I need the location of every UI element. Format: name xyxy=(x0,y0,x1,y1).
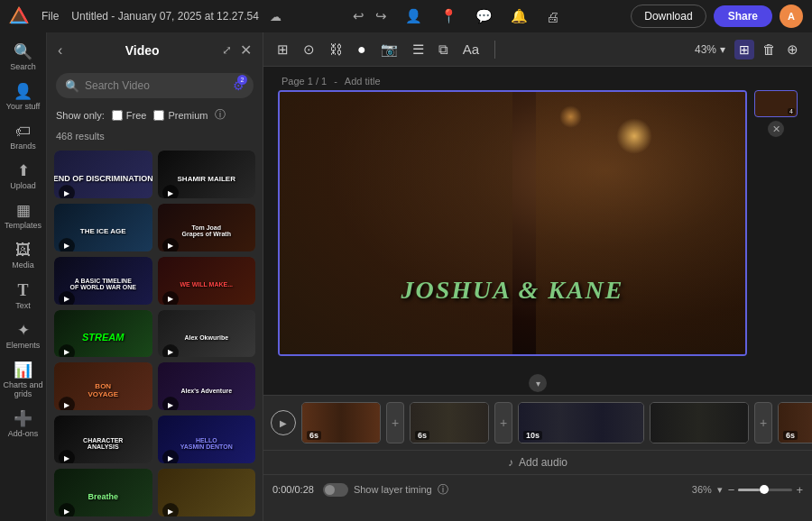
user-icon-button[interactable]: 👤 xyxy=(401,6,427,26)
expand-panel-button[interactable]: ⤢ xyxy=(220,41,234,59)
free-checkbox-label[interactable]: Free xyxy=(112,110,147,121)
play-button[interactable]: ▶ xyxy=(271,410,296,435)
video-thumb-10[interactable]: Alex's Adventure ▶ xyxy=(158,362,256,410)
panel-back-icon[interactable]: ‹ xyxy=(56,41,64,60)
video-thumb-7[interactable]: STREAM ▶ xyxy=(54,310,152,358)
scene-2-duration: 6s xyxy=(415,431,429,440)
zoom-control[interactable]: 43% ▾ xyxy=(695,43,725,56)
left-sidebar: 🔍 Search 👤 Your stuff 🏷 Brands ⬆ Upload … xyxy=(0,32,47,521)
separator: - xyxy=(334,76,337,87)
scene-3-duration: 10s xyxy=(523,431,542,440)
page-thumb-1[interactable]: 4 xyxy=(754,90,798,117)
zoom-right: 36% ▾ − + xyxy=(692,483,803,497)
redo-button[interactable]: ↪ xyxy=(371,6,392,26)
video-thumb-9[interactable]: BONVOYAGE ▶ xyxy=(54,362,152,410)
scene-3[interactable]: 10s xyxy=(518,402,644,443)
video-thumb-12[interactable]: HELLOYASMIN DENTON ▶ xyxy=(158,416,256,463)
video-thumb-13[interactable]: Breathe ▶ xyxy=(54,469,152,516)
map-pin-icon-button[interactable]: 📍 xyxy=(436,6,462,26)
sidebar-item-brands[interactable]: 🏷 Brands xyxy=(1,117,46,157)
scene-2[interactable]: 6s xyxy=(410,402,489,443)
layer-timing-switch[interactable] xyxy=(323,483,348,497)
zoom-minus-icon[interactable]: − xyxy=(728,483,735,497)
sidebar-item-elements[interactable]: ✦ Elements xyxy=(1,316,46,356)
canvas-frame[interactable]: JOSHUA & KANE xyxy=(278,90,747,356)
document-title: Untitled - January 07, 2025 at 12.27.54 xyxy=(71,10,258,23)
premium-checkbox-label[interactable]: Premium xyxy=(153,110,208,121)
notification-icon-button[interactable]: 🔔 xyxy=(506,6,532,26)
scene-plus-3[interactable]: + xyxy=(754,402,772,443)
video-thumb-11[interactable]: CHARACTERANALYSIS ▶ xyxy=(54,416,152,463)
close-thumb-button[interactable]: ✕ xyxy=(768,121,784,137)
free-checkbox[interactable] xyxy=(112,110,123,121)
instagram-icon[interactable]: 📷 xyxy=(378,39,401,60)
sidebar-item-text[interactable]: T Text xyxy=(1,276,46,316)
video-thumb-3[interactable]: THE ICE AGE ▶ xyxy=(54,204,152,251)
play-overlay-4: ▶ xyxy=(162,238,179,251)
app-logo xyxy=(9,6,29,26)
link-icon[interactable]: ⛓ xyxy=(327,39,346,59)
video-thumb-6[interactable]: WE WILL MAKE... ▶ xyxy=(158,257,256,305)
video-grid: END OF DISCRIMINATION ▶ SHAMIR MAILER ▶ … xyxy=(47,146,263,521)
sidebar-label-media: Media xyxy=(12,260,34,270)
sidebar-label-addons: Add-ons xyxy=(8,429,39,438)
top-bar-center: ↩ ↪ 👤 📍 💬 🔔 🖨 xyxy=(348,6,564,26)
scene-plus-2[interactable]: + xyxy=(494,402,512,443)
download-button[interactable]: Download xyxy=(631,5,706,28)
print-icon-button[interactable]: 🖨 xyxy=(541,7,564,26)
scene-4[interactable] xyxy=(650,402,749,443)
close-panel-button[interactable]: ✕ xyxy=(238,40,254,60)
text-icon: T xyxy=(17,282,28,298)
scene-1[interactable]: 6s xyxy=(301,402,381,443)
video-thumb-1[interactable]: END OF DISCRIMINATION ▶ xyxy=(54,151,152,198)
zoom-slider[interactable] xyxy=(738,489,792,491)
play-overlay-8: ▶ xyxy=(162,344,179,358)
show-only-row: Show only: Free Premium ⓘ xyxy=(47,104,263,126)
play-overlay-3: ▶ xyxy=(59,238,75,251)
bokeh-1 xyxy=(616,118,652,154)
active-tool-icon[interactable]: ⊞ xyxy=(734,40,754,59)
zoom-plus-icon[interactable]: + xyxy=(796,483,803,497)
sidebar-item-upload[interactable]: ⬆ Upload xyxy=(1,157,46,197)
video-thumb-5[interactable]: A BASIC TIMELINEOF WORLD WAR ONE ▶ xyxy=(54,257,152,305)
sidebar-item-addons[interactable]: ➕ Add-ons xyxy=(1,405,46,444)
grid-icon[interactable]: ⊞ xyxy=(274,39,291,60)
sidebar-item-media[interactable]: 🖼 Media xyxy=(1,236,46,276)
video-thumb-8[interactable]: Alex Okwuribe ▶ xyxy=(158,310,256,358)
play-overlay-13: ▶ xyxy=(59,503,75,516)
undo-button[interactable]: ↩ xyxy=(348,6,369,26)
video-thumb-2[interactable]: SHAMIR MAILER ▶ xyxy=(158,151,256,198)
sidebar-item-search[interactable]: 🔍 Search xyxy=(1,38,46,78)
right-panel-thumbs: 4 ✕ xyxy=(754,90,798,137)
crop-icon[interactable]: ⊙ xyxy=(300,39,318,60)
list-icon[interactable]: ☰ xyxy=(410,39,427,60)
video-thumb-4[interactable]: Tom JoadGrapes of Wrath ▶ xyxy=(158,204,256,251)
sidebar-item-your-stuff[interactable]: 👤 Your stuff xyxy=(1,78,46,117)
file-menu[interactable]: File xyxy=(36,7,64,25)
search-input[interactable] xyxy=(85,79,227,92)
scene-5[interactable]: 6s xyxy=(778,402,812,443)
premium-checkbox[interactable] xyxy=(153,110,164,121)
scene-plus-1[interactable]: + xyxy=(386,402,404,443)
chat-icon-button[interactable]: 💬 xyxy=(471,6,497,26)
bokeh-2 xyxy=(559,105,582,128)
delete-icon[interactable]: 🗑 xyxy=(760,39,779,59)
circle-fill-icon[interactable]: ● xyxy=(355,39,369,60)
translate-icon[interactable]: Aa xyxy=(460,39,482,59)
video-thumb-14[interactable]: ▶ xyxy=(158,469,256,516)
sidebar-item-charts[interactable]: 📊 Charts and grids xyxy=(1,356,46,405)
layer-timing-info-icon[interactable]: ⓘ xyxy=(438,482,448,498)
zoom-dropdown-icon-2[interactable]: ▾ xyxy=(717,484,723,496)
more-options-icon[interactable]: ⊕ xyxy=(784,39,801,60)
elements-icon: ✦ xyxy=(17,323,30,338)
copy-icon[interactable]: ⧉ xyxy=(436,39,451,60)
collapse-button[interactable]: ▾ xyxy=(529,374,547,392)
add-title-button[interactable]: Add title xyxy=(345,76,381,87)
play-overlay-6: ▶ xyxy=(162,291,179,305)
add-audio-bar[interactable]: ♪ Add audio xyxy=(263,450,812,475)
sidebar-label-search: Search xyxy=(10,62,36,71)
share-button[interactable]: Share xyxy=(714,5,772,27)
avatar[interactable]: A xyxy=(780,5,803,28)
sidebar-item-templates[interactable]: ▦ Templates xyxy=(1,197,46,236)
premium-info-icon: ⓘ xyxy=(215,107,226,123)
